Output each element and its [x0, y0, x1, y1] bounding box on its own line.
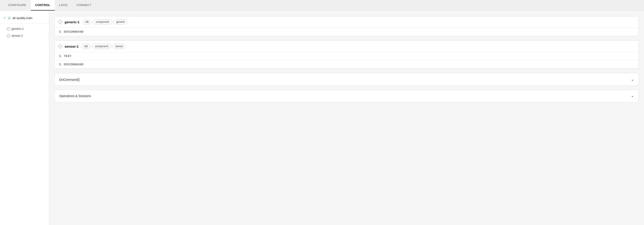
nav-connect[interactable]: CONNECT: [72, 0, 96, 11]
expand-docommand: DoCommand() ⌄: [54, 73, 639, 86]
tag-group-sensor-1: rdk › component › sensor: [81, 44, 126, 49]
diamond-icon: [7, 27, 10, 31]
sidebar-divider: [0, 23, 49, 24]
action-label: DOCOMMAND: [64, 30, 84, 33]
tag-rdk: rdk: [83, 20, 92, 24]
tag-group-generic-1: rdk › component › generic: [82, 20, 128, 24]
tag-chevron-sep: ›: [91, 45, 92, 48]
machine-name: air-quality-main: [12, 16, 32, 20]
diamond-icon: [7, 34, 10, 38]
diamond-icon: [58, 20, 62, 24]
component-name-sensor-1: sensor-1: [64, 45, 79, 48]
tag-sensor: sensor: [113, 44, 126, 49]
tag-component: component: [92, 44, 110, 49]
tag-component: component: [94, 20, 112, 24]
sidebar-label-generic-1: generic-1: [12, 27, 24, 31]
sidebar-label-sensor-1: sensor-1: [12, 34, 23, 37]
component-name-generic-1: generic-1: [64, 20, 80, 24]
component-card-generic-1: generic-1 rdk › component › generic ⇅ DO…: [54, 16, 639, 36]
chevron-down-icon: ⌄: [631, 94, 634, 98]
app-layout: ✓ ◎ air-quality-main generic-1 sensor-1 …: [0, 11, 644, 225]
expand-operations-title: Operations & Sessions: [59, 94, 91, 98]
component-header-generic-1: generic-1 rdk › component › generic: [55, 16, 638, 28]
component-header-sensor-1: sensor-1 rdk › component › sensor: [55, 41, 638, 52]
top-nav: CONFIGURE CONTROL LOGS CONNECT: [0, 0, 644, 11]
tag-chevron-sep: ›: [112, 21, 113, 23]
chevron-down-icon: ⌄: [631, 77, 634, 82]
expand-docommand-header[interactable]: DoCommand() ⌄: [55, 73, 638, 86]
nav-configure[interactable]: CONFIGURE: [4, 0, 31, 11]
action-docommand-sensor[interactable]: ⇅ DOCOMMAND: [55, 60, 638, 68]
tag-generic: generic: [114, 20, 127, 24]
sort-icon: ⇅: [59, 63, 62, 66]
nav-control[interactable]: CONTROL: [31, 0, 55, 11]
expand-operations-header[interactable]: Operations & Sessions ⌄: [55, 90, 638, 102]
expand-docommand-title: DoCommand(): [59, 78, 80, 81]
action-label: DOCOMMAND: [64, 63, 84, 66]
sort-icon: ⇅: [59, 55, 62, 58]
action-label: TEST: [64, 55, 72, 58]
action-docommand-generic[interactable]: ⇅ DOCOMMAND: [55, 28, 638, 36]
diamond-icon: [58, 44, 62, 49]
component-card-sensor-1: sensor-1 rdk › component › sensor ⇅ TEST…: [54, 41, 639, 69]
sidebar: ✓ ◎ air-quality-main generic-1 sensor-1: [0, 11, 49, 225]
sidebar-machine[interactable]: ✓ ◎ air-quality-main: [0, 14, 49, 22]
sidebar-item-sensor-1[interactable]: sensor-1: [0, 32, 49, 39]
tag-rdk: rdk: [82, 44, 90, 49]
check-icon: ✓: [4, 16, 6, 20]
sort-icon: ⇅: [59, 30, 62, 33]
sidebar-item-generic-1[interactable]: generic-1: [0, 25, 49, 32]
wifi-icon: ◎: [8, 16, 11, 20]
tag-chevron-sep: ›: [92, 21, 93, 23]
action-test-sensor[interactable]: ⇅ TEST: [55, 52, 638, 60]
main-content: generic-1 rdk › component › generic ⇅ DO…: [49, 11, 644, 225]
tag-chevron-sep: ›: [111, 45, 112, 48]
nav-logs[interactable]: LOGS: [55, 0, 72, 11]
expand-operations: Operations & Sessions ⌄: [54, 89, 639, 102]
